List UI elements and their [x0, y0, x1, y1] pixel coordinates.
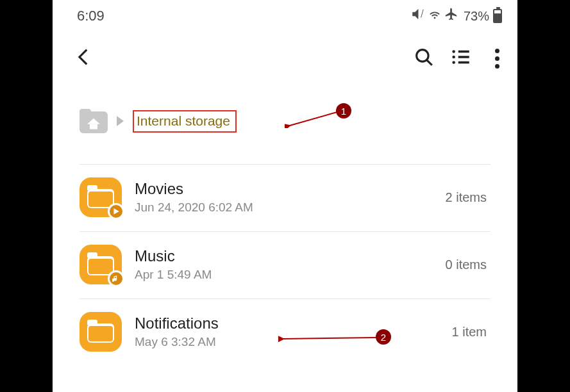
status-time: 6:09: [77, 8, 105, 24]
music-badge-icon: [108, 270, 124, 287]
wifi-icon: [428, 7, 442, 25]
item-count: 1 item: [452, 325, 490, 339]
battery-icon: [493, 9, 502, 23]
svg-point-4: [452, 56, 455, 59]
chevron-right-icon: [117, 116, 124, 126]
toolbar: [53, 27, 517, 81]
breadcrumb-current[interactable]: Internal storage: [133, 110, 237, 133]
breadcrumb: Internal storage: [53, 81, 517, 145]
item-count: 2 items: [446, 190, 490, 205]
airplane-icon: [444, 7, 458, 25]
item-count: 0 items: [446, 257, 490, 272]
item-date: Apr 1 5:49 AM: [135, 268, 433, 282]
list-item[interactable]: Notifications May 6 3:32 AM 1 item: [80, 299, 490, 366]
status-right: 73%: [411, 7, 502, 25]
folder-icon: [80, 177, 122, 217]
svg-point-2: [452, 50, 455, 53]
back-button[interactable]: [73, 46, 95, 70]
list-item[interactable]: Movies Jun 24, 2020 6:02 AM 2 items: [80, 164, 490, 232]
search-button[interactable]: [413, 46, 435, 70]
folder-icon: [80, 312, 122, 352]
breadcrumb-home-icon[interactable]: [80, 109, 108, 133]
mute-icon: [411, 7, 425, 25]
status-bar: 6:09 73%: [53, 0, 517, 27]
item-name: Movies: [135, 180, 433, 198]
more-options-button[interactable]: [487, 49, 507, 69]
svg-point-0: [417, 50, 428, 61]
item-name: Notifications: [135, 314, 439, 332]
view-list-button[interactable]: [450, 46, 472, 70]
svg-point-6: [452, 61, 455, 64]
play-badge-icon: [108, 203, 124, 220]
battery-percent: 73%: [464, 9, 489, 24]
file-list: Movies Jun 24, 2020 6:02 AM 2 items Musi…: [53, 164, 517, 366]
svg-line-1: [427, 60, 432, 65]
item-date: May 6 3:32 AM: [135, 335, 439, 349]
item-date: Jun 24, 2020 6:02 AM: [135, 200, 433, 215]
folder-icon: [80, 245, 122, 284]
list-item[interactable]: Music Apr 1 5:49 AM 0 items: [80, 232, 490, 299]
phone-screen: 6:09 73%: [53, 0, 517, 392]
item-name: Music: [135, 247, 433, 265]
